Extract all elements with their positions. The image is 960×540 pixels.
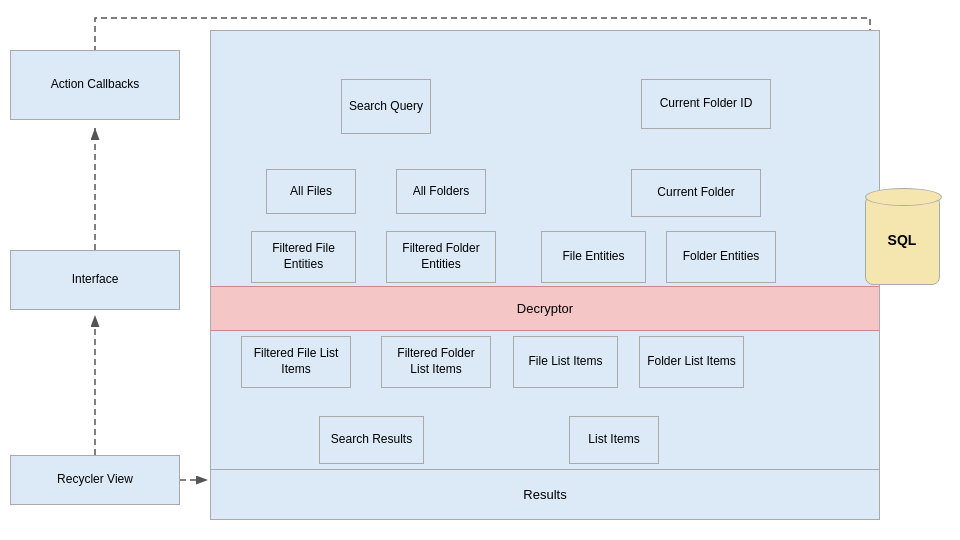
- folder-entities-box: Folder Entities: [666, 231, 776, 283]
- decryptor-strip: Decryptor: [211, 286, 879, 331]
- folder-list-items-box: Folder List Items: [639, 336, 744, 388]
- all-files-box: All Files: [266, 169, 356, 214]
- sql-label: SQL: [865, 195, 940, 285]
- interface-box: Interface: [10, 250, 180, 310]
- action-callbacks-box: Action Callbacks: [10, 50, 180, 120]
- list-items-box: List Items: [569, 416, 659, 464]
- search-query-box: Search Query: [341, 79, 431, 134]
- filtered-file-list-items-box: Filtered File List Items: [241, 336, 351, 388]
- search-results-box: Search Results: [319, 416, 424, 464]
- main-panel: Search Query Current Folder ID All Files…: [210, 30, 880, 520]
- current-folder-id-box: Current Folder ID: [641, 79, 771, 129]
- results-strip: Results: [211, 469, 879, 519]
- filtered-file-entities-box: Filtered File Entities: [251, 231, 356, 283]
- filtered-folder-entities-box: Filtered Folder Entities: [386, 231, 496, 283]
- all-folders-box: All Folders: [396, 169, 486, 214]
- file-entities-box: File Entities: [541, 231, 646, 283]
- file-list-items-box: File List Items: [513, 336, 618, 388]
- filtered-folder-list-items-box: Filtered Folder List Items: [381, 336, 491, 388]
- current-folder-box: Current Folder: [631, 169, 761, 217]
- recycler-view-box: Recycler View: [10, 455, 180, 505]
- sql-cylinder: SQL: [862, 190, 942, 290]
